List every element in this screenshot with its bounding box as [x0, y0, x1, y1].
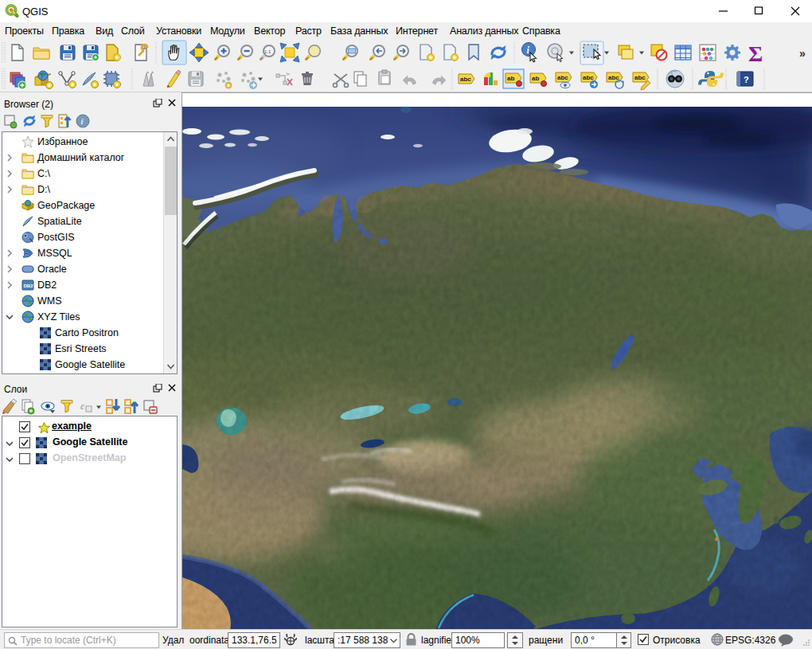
svg-text:Σ: Σ: [748, 41, 763, 66]
svg-text:abc: abc: [634, 74, 646, 81]
svg-text:DB2: DB2: [24, 283, 34, 288]
svg-text:abc: abc: [460, 76, 471, 83]
svg-text:abc: abc: [557, 74, 568, 81]
svg-text:?: ?: [744, 75, 749, 84]
svg-text:»: »: [799, 47, 806, 60]
svg-text:ε: ε: [80, 400, 85, 412]
svg-text:1:1: 1:1: [264, 49, 271, 54]
svg-text:ab: ab: [507, 75, 514, 82]
svg-text:abc: abc: [583, 74, 594, 81]
svg-text:ab: ab: [532, 75, 539, 82]
